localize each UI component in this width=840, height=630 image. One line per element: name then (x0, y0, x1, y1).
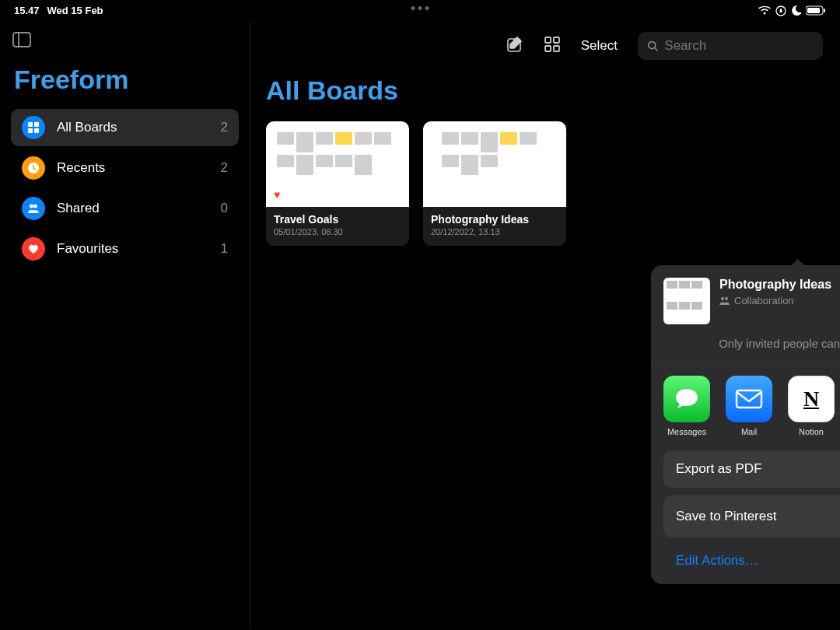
view-grid-icon[interactable] (544, 36, 561, 56)
svg-rect-14 (545, 37, 551, 43)
svg-rect-9 (34, 128, 39, 133)
board-preview: ♥ (266, 121, 409, 207)
mail-icon (726, 376, 772, 422)
svg-rect-16 (545, 46, 551, 51)
compose-icon[interactable] (506, 36, 523, 56)
svg-point-21 (725, 297, 728, 300)
search-icon (647, 40, 658, 52)
heart-icon: ♥ (274, 188, 280, 201)
sidebar: Freeform All Boards 2 Recents 2 Shared 0… (0, 21, 250, 629)
share-subtitle: Collaboration (719, 295, 840, 306)
status-bar: 15.47 Wed 15 Feb (0, 0, 840, 21)
nav-count: 2 (221, 160, 228, 176)
people-icon (719, 296, 730, 306)
people-icon (22, 197, 45, 220)
nav-label: Recents (57, 160, 221, 176)
board-date: 05/01/2023, 08.30 (274, 227, 401, 236)
share-title: Photography Ideas (719, 278, 840, 292)
svg-rect-7 (34, 122, 39, 127)
share-permission-row[interactable]: Only invited people can edit. › (651, 337, 840, 362)
svg-rect-8 (28, 128, 33, 133)
heart-icon (22, 237, 45, 261)
board-name: Travel Goals (274, 213, 401, 226)
nav-count: 0 (221, 201, 228, 216)
svg-rect-4 (13, 33, 30, 47)
messages-icon (663, 376, 710, 422)
board-date: 20/12/2022, 13.13 (431, 227, 558, 236)
save-pinterest-button[interactable]: Save to Pinterest (663, 495, 840, 537)
svg-rect-6 (28, 122, 33, 127)
content-area: Select All Boards ♥ Travel Goals (250, 21, 840, 629)
board-card-travel-goals[interactable]: ♥ Travel Goals 05/01/2023, 08.30 (266, 121, 409, 246)
multitask-dots-icon[interactable] (411, 6, 429, 10)
nav-count: 1 (221, 241, 228, 257)
share-app-mail[interactable]: Mail (726, 376, 772, 436)
edit-actions-button[interactable]: Edit Actions… (663, 545, 840, 572)
svg-point-12 (33, 205, 37, 208)
share-app-messages[interactable]: Messages (663, 376, 710, 436)
sidebar-item-favourites[interactable]: Favourites 1 (11, 230, 239, 268)
svg-rect-2 (807, 8, 820, 13)
export-pdf-button[interactable]: Export as PDF (663, 450, 840, 488)
search-input[interactable] (638, 32, 823, 60)
share-thumbnail (663, 278, 710, 324)
app-label: Mail (726, 427, 772, 436)
svg-rect-15 (554, 37, 559, 43)
svg-rect-3 (824, 9, 825, 12)
app-title: Freeform (11, 65, 239, 95)
share-sheet: Photography Ideas Collaboration Only inv… (651, 265, 840, 584)
sidebar-item-recents[interactable]: Recents 2 (11, 149, 239, 187)
status-time: 15.47 (14, 5, 40, 16)
wifi-icon (758, 6, 771, 16)
nav-count: 2 (221, 120, 228, 135)
battery-icon (806, 5, 826, 16)
clock-icon (22, 156, 45, 180)
content-title: All Boards (266, 75, 824, 106)
svg-point-22 (676, 389, 698, 406)
notion-icon: N (788, 376, 835, 422)
share-app-notion[interactable]: N Notion (788, 376, 835, 436)
search-field[interactable] (664, 38, 814, 54)
svg-point-20 (721, 297, 724, 300)
board-preview (423, 121, 566, 207)
svg-point-11 (30, 205, 33, 208)
status-date: Wed 15 Feb (47, 5, 103, 16)
board-name: Photography Ideas (431, 213, 558, 226)
app-label: Notion (788, 427, 835, 436)
nav-label: Shared (57, 201, 221, 216)
orientation-lock-icon (775, 5, 786, 16)
board-card-photography-ideas[interactable]: Photography Ideas 20/12/2022, 13.13 (423, 121, 566, 246)
select-button[interactable]: Select (581, 38, 618, 54)
grid-icon (22, 116, 45, 139)
sidebar-item-all-boards[interactable]: All Boards 2 (11, 109, 239, 146)
svg-point-18 (649, 42, 656, 49)
sidebar-toggle-icon[interactable] (12, 37, 31, 50)
svg-rect-17 (554, 46, 559, 51)
svg-rect-23 (737, 390, 761, 408)
app-label: Messages (663, 427, 710, 436)
moon-icon (791, 5, 801, 16)
svg-line-19 (655, 48, 658, 51)
nav-label: Favourites (57, 241, 221, 257)
nav-label: All Boards (57, 120, 221, 135)
sidebar-item-shared[interactable]: Shared 0 (11, 190, 239, 227)
